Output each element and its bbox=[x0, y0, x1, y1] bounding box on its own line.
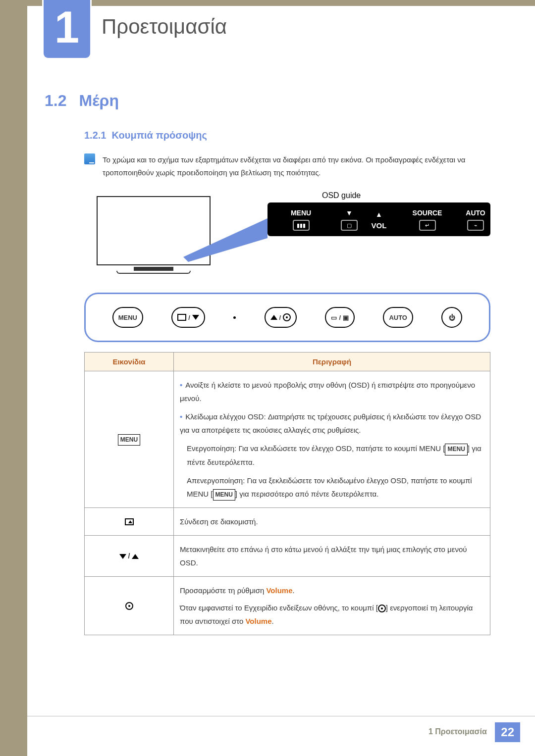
osd-source-label: SOURCE bbox=[413, 208, 442, 218]
triangle-up-icon: ▲ bbox=[375, 209, 382, 219]
bullet-icon: • bbox=[180, 381, 182, 389]
chapter-title: Προετοιμασία bbox=[102, 15, 227, 39]
th-description: Περιγραφή bbox=[174, 353, 490, 371]
menu-label-icon: MENU bbox=[213, 489, 235, 501]
desc-text: ] για περισσότερο από πέντε δευτερόλεπτα… bbox=[235, 490, 379, 498]
page-number: 22 bbox=[495, 722, 520, 742]
note-icon bbox=[84, 153, 95, 164]
osd-menu-label: MENU bbox=[291, 208, 311, 218]
desc-text: Ενεργοποίηση: Για να κλειδώσετε τον έλεγ… bbox=[187, 444, 445, 453]
desc-cell: •Ανοίξτε ή κλείστε το μενού προβολής στη… bbox=[174, 371, 490, 508]
icon-cell-upload bbox=[85, 508, 174, 536]
table-row: MENU •Ανοίξτε ή κλείστε το μενού προβολή… bbox=[85, 371, 490, 508]
panel-down-button[interactable]: / bbox=[171, 307, 205, 328]
osd-enter-icon: ↵ bbox=[419, 220, 436, 231]
enter-icon: ▣ bbox=[343, 314, 349, 321]
desc-cell: Μετακινηθείτε στο επάνω ή στο κάτω μενού… bbox=[174, 536, 490, 577]
upload-rect-icon bbox=[125, 518, 134, 525]
menu-label-icon: MENU bbox=[445, 444, 467, 455]
upper-diagram: OSD guide MENU ▮▮▮ ▼ ▢ ▲ VOL SOURCE ↵ bbox=[84, 189, 490, 293]
desc-cell: Προσαρμόστε τη ρύθμιση Volume. Όταν εμφα… bbox=[174, 577, 490, 635]
dot-ring-icon bbox=[283, 313, 291, 321]
left-rail bbox=[0, 0, 27, 756]
desc-text: Προσαρμόστε τη ρύθμιση bbox=[180, 586, 266, 595]
button-panel: MENU / / ▭/▣ AUTO ⏻ bbox=[84, 293, 490, 342]
panel-menu-button[interactable]: MENU bbox=[112, 307, 143, 328]
table-row: Σύνδεση σε διακομιστή. bbox=[85, 508, 490, 536]
volume-keyword: Volume bbox=[266, 586, 292, 595]
panel-source-button[interactable]: ▭/▣ bbox=[325, 307, 355, 328]
dot-ring-icon bbox=[125, 602, 133, 610]
page-footer: 1 Προετοιμασία 22 bbox=[27, 716, 535, 742]
callout-triangle-icon bbox=[183, 218, 272, 278]
osd-down: ▼ ▢ bbox=[334, 202, 364, 236]
bullet-text: Ανοίξτε ή κλείστε το μενού προβολής στην… bbox=[180, 381, 475, 403]
desc-text: . bbox=[293, 586, 295, 595]
chapter-badge: 1 bbox=[42, 0, 92, 59]
source-rect-icon: ▭ bbox=[331, 314, 337, 321]
bullet-text: Κλείδωμα ελέγχου OSD: Διατηρήστε τις τρέ… bbox=[180, 412, 481, 434]
svg-marker-0 bbox=[183, 218, 268, 262]
osd-guide-label: OSD guide bbox=[322, 191, 361, 200]
content-area: 1.2Μέρη 1.2.1 Κουμπιά πρόσοψης Το χρώμα … bbox=[45, 92, 495, 635]
icon-cell-dotring bbox=[85, 577, 174, 635]
triangle-down-icon bbox=[119, 554, 126, 559]
note-text: Το χρώμα και το σχήμα των εξαρτημάτων εν… bbox=[103, 153, 495, 179]
triangle-up-icon bbox=[270, 315, 277, 320]
osd-vol-label: VOL bbox=[372, 221, 387, 230]
section-title: Μέρη bbox=[79, 92, 118, 109]
osd-menu: MENU ▮▮▮ bbox=[268, 202, 334, 236]
desc-cell: Σύνδεση σε διακομιστή. bbox=[174, 508, 490, 536]
section-number: 1.2 bbox=[45, 92, 66, 109]
triangle-down-icon: ▼ bbox=[346, 208, 353, 218]
osd-auto-label: AUTO bbox=[466, 208, 485, 218]
icon-description-table: Εικονίδια Περιγραφή MENU •Ανοίξτε ή κλεί… bbox=[84, 352, 490, 635]
icon-cell-menu: MENU bbox=[85, 371, 174, 508]
bullet-icon: • bbox=[180, 412, 182, 421]
subsection-heading: 1.2.1 Κουμπιά πρόσοψης bbox=[84, 130, 495, 141]
triangle-up-icon bbox=[132, 554, 139, 559]
section-heading: 1.2Μέρη bbox=[45, 92, 495, 110]
rect-icon bbox=[177, 314, 186, 321]
panel-power-button[interactable]: ⏻ bbox=[441, 307, 462, 328]
top-rail bbox=[27, 0, 535, 6]
panel-up-button[interactable]: / bbox=[265, 307, 297, 328]
table-row: Προσαρμόστε τη ρύθμιση Volume. Όταν εμφα… bbox=[85, 577, 490, 635]
panel-auto-button[interactable]: AUTO bbox=[383, 307, 413, 328]
osd-bar: MENU ▮▮▮ ▼ ▢ ▲ VOL SOURCE ↵ AUTO ⌁ bbox=[268, 202, 490, 236]
subsection-number: 1.2.1 bbox=[84, 130, 106, 141]
menu-label-icon: MENU bbox=[118, 434, 140, 446]
osd-down-icon: ▢ bbox=[341, 220, 358, 231]
desc-text: . bbox=[272, 617, 274, 625]
desc-text: Όταν εμφανιστεί το Εγχειρίδιο ενδείξεων … bbox=[180, 604, 378, 612]
table-row: / Μετακινηθείτε στο επάνω ή στο κάτω μεν… bbox=[85, 536, 490, 577]
diagram-area: OSD guide MENU ▮▮▮ ▼ ▢ ▲ VOL SOURCE ↵ bbox=[84, 189, 490, 342]
subsection-title: Κουμπιά πρόσοψης bbox=[112, 130, 207, 141]
separator-dot-icon bbox=[233, 316, 236, 319]
volume-keyword: Volume bbox=[245, 617, 271, 625]
th-icons: Εικονίδια bbox=[85, 353, 174, 371]
note-row: Το χρώμα και το σχήμα των εξαρτημάτων εν… bbox=[84, 153, 495, 179]
osd-menu-icon: ▮▮▮ bbox=[293, 220, 310, 231]
osd-source: SOURCE ↵ bbox=[394, 202, 461, 236]
icon-cell-updown: / bbox=[85, 536, 174, 577]
osd-vol: ▲ VOL bbox=[364, 202, 394, 236]
power-icon: ⏻ bbox=[449, 314, 455, 321]
footer-chapter: 1 Προετοιμασία bbox=[428, 727, 487, 736]
osd-auto-icon: ⌁ bbox=[467, 220, 484, 231]
triangle-down-icon bbox=[192, 315, 199, 320]
osd-auto: AUTO ⌁ bbox=[461, 202, 490, 236]
dot-ring-icon bbox=[378, 605, 386, 612]
